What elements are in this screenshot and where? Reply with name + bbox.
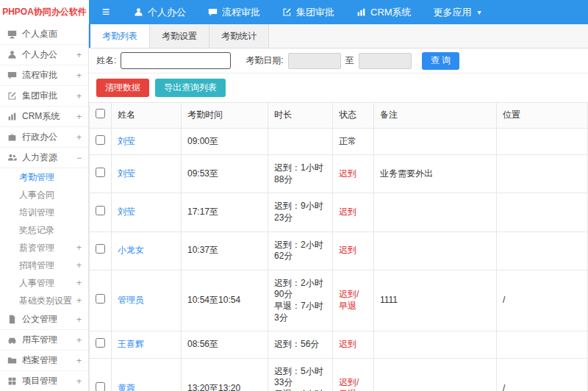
expand-icon[interactable]: +: [76, 112, 82, 122]
tab-attendance-list[interactable]: 考勤列表: [89, 24, 150, 48]
row-checkbox[interactable]: [96, 206, 105, 215]
row-checkbox[interactable]: [96, 244, 105, 254]
nav-crm-system[interactable]: CRM系统: [345, 0, 423, 24]
status-cell: 迟到/早退: [333, 270, 374, 331]
header-time: 考勤时间: [182, 103, 268, 129]
sidebar-item-project-management[interactable]: 项目管理 +: [0, 371, 88, 391]
employee-name-link[interactable]: 管理员: [118, 295, 144, 305]
sidebar-item-label: CRM系统: [22, 110, 60, 123]
app-logo: PHPOA协同办公软件: [0, 0, 89, 24]
select-all-checkbox[interactable]: [96, 109, 105, 118]
sidebar-item-group-approval[interactable]: 集团审批 +: [0, 86, 88, 107]
status-cell: 迟到/早退: [333, 358, 374, 391]
table-row: 管理员 10:54至10:54 迟到：2小时90分 早退：7小时3分 迟到/早退…: [90, 270, 588, 331]
row-select-cell: [90, 270, 112, 331]
action-bar: 清理数据 导出查询列表: [89, 73, 588, 102]
employee-name-link[interactable]: 刘莹: [118, 136, 135, 146]
expand-icon[interactable]: +: [76, 91, 82, 101]
sidebar-item-personal-office[interactable]: 个人办公 +: [0, 45, 88, 65]
row-checkbox[interactable]: [96, 382, 105, 391]
expand-icon[interactable]: +: [76, 50, 82, 60]
remark-cell: [374, 232, 497, 270]
table-row: 刘莹 09:53至 迟到：1小时88分 迟到 业务需要外出: [90, 155, 588, 193]
expand-icon[interactable]: +: [76, 295, 82, 306]
clean-data-button[interactable]: 清理数据: [96, 79, 149, 97]
sidebar-item-process-approval[interactable]: 流程审批 +: [0, 65, 88, 86]
nav-personal-office[interactable]: 个人办公: [123, 0, 197, 24]
location-cell: [497, 155, 588, 193]
header-remark: 备注: [374, 103, 497, 129]
query-button[interactable]: 查 询: [422, 52, 459, 70]
duration-cell: 迟到：56分: [268, 331, 333, 359]
sidebar-item-archive-management[interactable]: 档案管理 +: [0, 351, 88, 371]
status-text: 迟到/早退: [339, 289, 359, 311]
name-filter-input[interactable]: [121, 52, 231, 69]
sidebar-item-training-management[interactable]: 培训管理: [0, 204, 88, 221]
sidebar-item-label: 集团审批: [22, 90, 57, 102]
tab-attendance-statistics[interactable]: 考勤统计: [209, 24, 269, 48]
sidebar-item-personnel-management[interactable]: 人事管理 +: [0, 274, 88, 292]
sidebar-item-admin-office[interactable]: 行政办公 +: [0, 127, 88, 148]
document-icon: [7, 315, 17, 324]
employee-name-link[interactable]: 小龙女: [118, 245, 144, 255]
expand-icon[interactable]: +: [76, 71, 82, 81]
name-cell: 黄蓉: [112, 358, 182, 391]
sidebar-item-attendance-management[interactable]: 考勤管理: [0, 168, 88, 186]
sidebar-item-crm[interactable]: CRM系统 +: [0, 107, 88, 127]
nav-process-approval[interactable]: 流程审批: [197, 0, 271, 24]
status-text: 迟到: [339, 339, 356, 349]
time-cell: 08:56至: [182, 331, 268, 359]
expand-icon[interactable]: +: [76, 335, 82, 345]
sidebar-item-document-management[interactable]: 公文管理 +: [0, 309, 88, 330]
nav-group-approval[interactable]: 集团审批: [271, 0, 345, 24]
expand-icon[interactable]: +: [76, 356, 82, 366]
edit-icon: [282, 7, 292, 17]
expand-icon[interactable]: +: [76, 243, 82, 253]
sidebar-item-hr[interactable]: 人力资源 −: [0, 148, 88, 168]
sidebar-item-label: 奖惩记录: [19, 224, 54, 237]
menu-toggle-icon[interactable]: ≡: [89, 0, 123, 24]
date-to-label: 至: [345, 54, 354, 67]
status-text: 迟到: [339, 207, 356, 217]
name-cell: 刘莹: [112, 193, 182, 232]
expand-icon[interactable]: +: [76, 278, 82, 288]
sidebar-item-personal-desktop[interactable]: 个人桌面: [0, 24, 88, 45]
sidebar-item-label: 薪资管理: [19, 242, 54, 254]
export-list-button[interactable]: 导出查询列表: [155, 79, 226, 97]
row-checkbox[interactable]: [96, 294, 105, 304]
briefcase-icon: [7, 132, 17, 142]
employee-name-link[interactable]: 黄蓉: [118, 383, 135, 391]
row-checkbox[interactable]: [96, 338, 105, 348]
expand-icon[interactable]: +: [76, 132, 82, 143]
table-row: 刘莹 09:00至 正常: [90, 128, 588, 155]
row-checkbox[interactable]: [96, 168, 105, 177]
time-cell: 10:37至: [182, 232, 268, 270]
sidebar-item-vehicle-management[interactable]: 用车管理 +: [0, 330, 88, 351]
sidebar-item-hr-contract[interactable]: 人事合同: [0, 186, 88, 204]
sidebar-item-salary-management[interactable]: 薪资管理 +: [0, 239, 88, 257]
chat-icon: [208, 7, 218, 17]
date-from-input[interactable]: [288, 53, 341, 69]
expand-icon[interactable]: +: [76, 376, 82, 387]
expand-icon[interactable]: +: [76, 315, 82, 325]
users-icon: [7, 153, 17, 162]
collapse-icon[interactable]: −: [76, 153, 82, 163]
nav-more-apps[interactable]: 更多应用 ▾: [423, 0, 492, 24]
sidebar: 个人桌面 个人办公 + 流程审批 + 集团审批 + CRM系统 + 行政办公 +…: [0, 24, 89, 391]
employee-name-link[interactable]: 王喜辉: [118, 339, 144, 349]
name-cell: 王喜辉: [112, 331, 182, 359]
sidebar-item-recruitment-management[interactable]: 招聘管理 +: [0, 257, 88, 274]
sidebar-item-reward-records[interactable]: 奖惩记录: [0, 221, 88, 239]
attendance-table: 姓名 考勤时间 时长 状态 备注 位置 刘莹 09:00至 正常 刘莹 0: [89, 102, 588, 391]
date-to-input[interactable]: [359, 53, 412, 69]
sidebar-item-label: 流程审批: [22, 69, 57, 82]
time-cell: 10:54至10:54: [182, 270, 268, 331]
tab-attendance-settings[interactable]: 考勤设置: [150, 24, 209, 48]
sidebar-item-base-category-settings[interactable]: 基础类别设置 +: [0, 292, 88, 309]
employee-name-link[interactable]: 刘莹: [118, 207, 135, 217]
nav-item-label: 流程审批: [222, 6, 260, 19]
employee-name-link[interactable]: 刘莹: [118, 168, 135, 179]
row-select-cell: [90, 128, 112, 155]
expand-icon[interactable]: +: [76, 260, 82, 270]
row-checkbox[interactable]: [96, 135, 105, 145]
